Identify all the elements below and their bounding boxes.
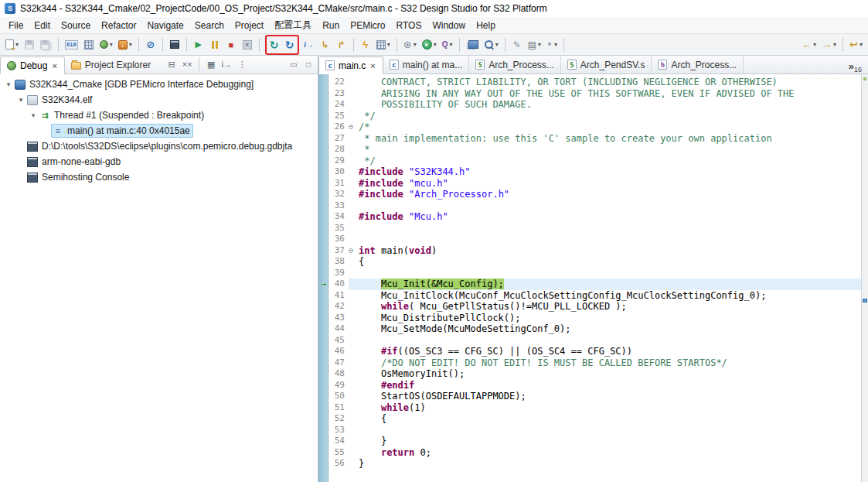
line-number[interactable]: 35 <box>328 223 349 234</box>
external-tools-button[interactable]: ⊛▾ <box>401 36 419 53</box>
dropdown-caret-icon[interactable]: ▾ <box>414 41 417 48</box>
code-line-25[interactable]: 25 */ <box>328 111 861 122</box>
tree-node[interactable]: ⇉Thread #1 (Suspended : Breakpoint) <box>39 108 206 122</box>
line-number[interactable]: 23 <box>328 88 349 100</box>
memory-monitor-button[interactable]: ▾ <box>374 36 393 53</box>
view-memory-button[interactable] <box>81 36 97 53</box>
code-line-37[interactable]: 37⊖int main(void) <box>328 245 861 257</box>
open-element-button[interactable] <box>464 36 481 53</box>
editor-tab-main-c[interactable]: cmain.c× <box>318 56 383 74</box>
pemicro-restart-run-button[interactable]: ↻ <box>282 36 298 53</box>
line-number[interactable]: 36 <box>328 234 349 245</box>
tree-item-s32k344-elf[interactable]: ▾S32K344.elf <box>0 92 318 108</box>
debug-view-layout-button[interactable]: ▦ <box>204 57 218 71</box>
menu-source[interactable]: Source <box>56 19 96 32</box>
menu-edit[interactable]: Edit <box>29 19 56 32</box>
dropdown-caret-icon[interactable]: ▾ <box>495 41 499 48</box>
code-line-55[interactable]: 55 return 0; <box>328 447 861 459</box>
line-number[interactable]: 49 <box>328 380 349 391</box>
line-number[interactable]: 32 <box>328 189 349 200</box>
run-button[interactable]: ▸▾ <box>420 36 439 53</box>
code-line-43[interactable]: 43 Mcu_DistributePllClock(); <box>328 313 861 324</box>
code-line-22[interactable]: 22 CONTRACT, STRICT LIABILITY, OR TORT (… <box>328 77 861 88</box>
filters-button[interactable]: ▼▾ <box>544 36 560 53</box>
minimize-button[interactable]: ▭ <box>288 58 300 70</box>
code-line-31[interactable]: 31#include "mcu.h" <box>328 178 861 190</box>
menu-pemicro[interactable]: PEMicro <box>345 19 390 32</box>
code-line-51[interactable]: 51 while(1) <box>328 402 861 414</box>
dropdown-caret-icon[interactable]: ▾ <box>813 41 816 48</box>
search-button[interactable]: ▾ <box>482 36 501 53</box>
annotate-button[interactable]: ✎ <box>509 36 525 53</box>
dropdown-caret-icon[interactable]: ▾ <box>833 41 836 48</box>
terminate-button[interactable]: ■ <box>223 36 239 53</box>
menu-search[interactable]: Search <box>189 19 230 32</box>
binary-utilities-button[interactable]: 010 <box>63 36 80 53</box>
dropdown-caret-icon[interactable]: ▾ <box>554 41 557 48</box>
line-number[interactable]: 27 <box>328 133 349 145</box>
view-menu-button[interactable]: ⋮ <box>235 57 249 71</box>
tree-item-main-at-main-c-40-0x4015ae[interactable]: ≡main() at main.c:40 0x4015ae <box>0 123 318 138</box>
code-line-53[interactable]: 53 <box>328 425 861 436</box>
line-number[interactable]: 56 <box>328 458 349 470</box>
last-edit-location-button[interactable]: ↩▾ <box>847 36 865 53</box>
line-number[interactable]: 55 <box>328 447 349 459</box>
expander-icon[interactable]: ▾ <box>15 96 26 104</box>
code-line-54[interactable]: 54 } <box>328 436 861 447</box>
editor-tab-arch-process[interactable]: SArch_Process... <box>469 56 561 73</box>
menu-refactor[interactable]: Refactor <box>96 19 141 32</box>
tree-item-s32k344-cmake-gdb-pemicro-interface-debu[interactable]: ▾S32K344_Cmake [GDB PEMicro Interface De… <box>0 77 318 92</box>
expander-icon[interactable]: ▾ <box>28 111 39 119</box>
save-all-button[interactable] <box>38 36 54 53</box>
save-button[interactable] <box>22 36 37 53</box>
fold-marker-icon[interactable]: ⊖ <box>349 121 359 133</box>
dropdown-caret-icon[interactable]: ▾ <box>859 41 863 48</box>
code-line-29[interactable]: 29 */ <box>328 156 861 167</box>
menu-item-7[interactable]: 配置工具 <box>269 17 317 33</box>
line-number[interactable]: 38 <box>328 256 349 268</box>
editor-tab-arch-process[interactable]: hArch_Process... <box>652 56 744 73</box>
line-number[interactable]: 28 <box>328 144 349 156</box>
menu-rtos[interactable]: RTOS <box>391 19 427 32</box>
code-line-33[interactable]: 33 <box>328 200 861 212</box>
debug-tree[interactable]: ▾S32K344_Cmake [GDB PEMicro Interface De… <box>0 74 318 482</box>
editor-tab-arch-pendsv-s[interactable]: SArch_PendSV.s <box>561 56 652 73</box>
code-line-46[interactable]: 46 #if((OS_SC3 == CFG_SC) || (OS_SC4 == … <box>328 346 861 357</box>
code-line-32[interactable]: 32#include "Arch_Processor.h" <box>328 189 861 200</box>
view-tab-project-explorer[interactable]: Project Explorer <box>65 56 157 73</box>
dropdown-caret-icon[interactable]: ▾ <box>434 41 437 48</box>
dropdown-caret-icon[interactable]: ▾ <box>387 41 390 48</box>
overview-current-line-marker[interactable] <box>863 299 867 303</box>
menu-window[interactable]: Window <box>427 19 471 32</box>
dropdown-caret-icon[interactable]: ▾ <box>538 41 541 48</box>
tree-node[interactable]: D:\D:\tools\S32DS\eclipse\plugins\com.pe… <box>26 139 294 153</box>
line-number[interactable]: 43 <box>328 313 349 324</box>
suspend-button[interactable] <box>207 36 223 53</box>
code-line-56[interactable]: 56} <box>328 458 861 470</box>
code-line-28[interactable]: 28 * <box>328 144 861 156</box>
forward-button[interactable]: →▾ <box>819 36 839 53</box>
code-line-39[interactable]: 39 <box>328 268 861 279</box>
tree-node[interactable]: Semihosting Console <box>26 170 131 184</box>
dropdown-caret-icon[interactable]: ▾ <box>15 41 19 48</box>
code-line-38[interactable]: 38{ <box>328 256 861 268</box>
code-line-52[interactable]: 52 { <box>328 413 861 425</box>
maximize-button[interactable]: □ <box>302 58 315 70</box>
tree-item-arm-none-eabi-gdb[interactable]: arm-none-eabi-gdb <box>0 154 318 169</box>
code-line-48[interactable]: 48 OsMemoryInit(); <box>328 368 861 380</box>
line-number[interactable]: 53 <box>328 425 349 436</box>
code-line-26[interactable]: 26⊖/* <box>328 121 861 133</box>
code-line-41[interactable]: 41 Mcu_InitClock(McuConf_McuClockSetting… <box>328 290 861 302</box>
back-button[interactable]: ←▾ <box>799 36 819 53</box>
collapse-all-button[interactable]: ⊟ <box>165 57 179 71</box>
line-number[interactable]: 50 <box>328 391 349 402</box>
code-line-47[interactable]: 47 /*DO NOT EDIT! DO NOT EDIT! IS MUST B… <box>328 357 861 369</box>
tree-node[interactable]: S32K344_Cmake [GDB PEMicro Interface Deb… <box>14 77 256 91</box>
tree-node[interactable]: arm-none-eabi-gdb <box>26 155 123 169</box>
tab-overflow-chevron[interactable]: »16 <box>849 59 868 73</box>
flash-from-file-button[interactable]: ↓▾ <box>116 36 134 53</box>
code-line-27[interactable]: 27 * main implementation: use this 'C' s… <box>328 133 861 145</box>
open-console-button[interactable] <box>167 36 182 53</box>
view-tab-debug[interactable]: Debug× <box>0 56 65 74</box>
line-number[interactable]: 29 <box>328 156 349 167</box>
